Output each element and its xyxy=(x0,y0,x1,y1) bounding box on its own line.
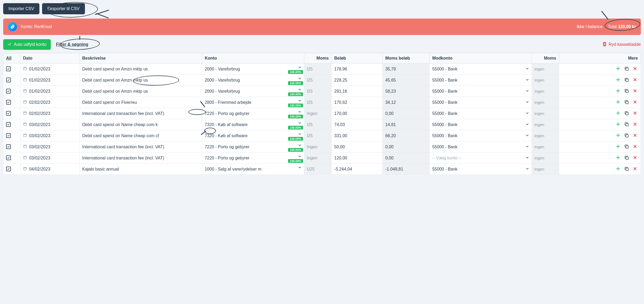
account-select[interactable]: 1000 - Salg af varer/ydelser m xyxy=(202,164,304,175)
vat-cell[interactable]: Ingen xyxy=(304,108,332,119)
amount-cell[interactable]: 228,25 xyxy=(332,75,383,86)
date-value[interactable]: 03/02/2023 xyxy=(29,122,50,127)
description-cell[interactable]: Debit card spend on Amzn mktp us xyxy=(79,64,202,75)
chevron-down-icon[interactable] xyxy=(298,76,302,82)
add-row-button[interactable] xyxy=(615,166,621,172)
contra-select[interactable]: 55000 - Bank xyxy=(429,86,532,97)
select-all-header[interactable]: All xyxy=(3,53,20,64)
amount-cell[interactable]: 120,00 xyxy=(332,153,383,164)
account-select[interactable]: 7220 - Porto og gebyrer100.00% xyxy=(202,153,304,164)
add-row-button[interactable] xyxy=(615,144,621,149)
delete-row-button[interactable] xyxy=(632,66,638,71)
chevron-down-icon[interactable] xyxy=(525,122,529,127)
row-checkbox[interactable] xyxy=(6,100,11,105)
delete-row-button[interactable] xyxy=(632,121,638,127)
date-value[interactable]: 02/02/2023 xyxy=(29,111,50,116)
add-row-button[interactable] xyxy=(615,155,621,160)
chevron-down-icon[interactable] xyxy=(525,89,529,94)
vat2-cell[interactable]: Ingen xyxy=(532,153,559,164)
chevron-down-icon[interactable] xyxy=(525,155,529,161)
calendar-icon[interactable] xyxy=(23,122,27,127)
contra-select[interactable]: 55000 - Bank xyxy=(429,164,532,175)
description-cell[interactable]: International card transaction fee (incl… xyxy=(79,153,202,164)
account-select[interactable]: 2000 - Vareforbrug100.00% xyxy=(202,86,304,97)
calendar-icon[interactable] xyxy=(23,100,27,105)
description-cell[interactable]: International card transaction fee (incl… xyxy=(79,141,202,153)
copy-row-button[interactable] xyxy=(624,122,629,127)
chevron-down-icon[interactable] xyxy=(298,121,302,126)
description-cell[interactable]: Debit card spend on Fiverreu xyxy=(79,97,202,108)
date-value[interactable]: 03/02/2023 xyxy=(29,133,50,138)
vat2-cell[interactable]: Ingen xyxy=(532,86,559,97)
date-value[interactable]: 01/02/2023 xyxy=(29,78,50,83)
add-row-button[interactable] xyxy=(615,88,621,94)
amount-cell[interactable]: 178,96 xyxy=(332,64,383,75)
chevron-down-icon[interactable] xyxy=(298,154,302,159)
account-select[interactable]: 7220 - Porto og gebyrer100.00% xyxy=(202,108,304,119)
chevron-down-icon[interactable] xyxy=(525,66,529,72)
row-checkbox[interactable] xyxy=(6,122,11,127)
export-csv-button[interactable]: Eksporter til CSV xyxy=(42,3,85,14)
vat2-cell[interactable]: Ingen xyxy=(532,64,559,75)
chevron-down-icon[interactable] xyxy=(525,167,529,172)
amount-cell[interactable]: -5.244,04 xyxy=(332,164,383,175)
copy-row-button[interactable] xyxy=(624,144,629,150)
date-value[interactable]: 04/02/2023 xyxy=(29,167,50,172)
account-select[interactable]: 7220 - Porto og gebyrer100.00% xyxy=(202,141,304,153)
amount-cell[interactable]: 331,00 xyxy=(332,130,383,141)
chevron-down-icon[interactable] xyxy=(298,87,302,93)
calendar-icon[interactable] xyxy=(23,155,27,160)
description-cell[interactable]: Debit card spend on Amzn mktp us xyxy=(79,86,202,97)
filter-search-button[interactable]: Filter & søgning xyxy=(55,41,90,48)
date-value[interactable]: 02/02/2023 xyxy=(29,100,50,105)
chevron-down-icon[interactable] xyxy=(525,100,529,105)
chevron-down-icon[interactable] xyxy=(298,99,302,104)
account-select[interactable]: 2000 - Vareforbrug100.00% xyxy=(202,64,304,75)
copy-row-button[interactable] xyxy=(624,133,629,138)
vat2-cell[interactable]: Ingen xyxy=(532,141,559,153)
delete-row-button[interactable] xyxy=(632,132,638,138)
copy-row-button[interactable] xyxy=(624,110,629,116)
row-checkbox[interactable] xyxy=(6,167,11,171)
vat-cell[interactable]: I25 xyxy=(304,64,332,75)
chevron-down-icon[interactable] xyxy=(525,144,529,150)
row-checkbox[interactable] xyxy=(6,155,11,160)
delete-row-button[interactable] xyxy=(632,155,638,160)
add-row-button[interactable] xyxy=(615,132,621,138)
chevron-down-icon[interactable] xyxy=(298,143,302,148)
vat-cell[interactable]: I25 xyxy=(304,97,332,108)
vat2-cell[interactable]: Ingen xyxy=(532,75,559,86)
calendar-icon[interactable] xyxy=(23,167,27,172)
auto-fill-account-button[interactable]: Auto udfyld konto xyxy=(3,39,51,50)
contra-select[interactable]: 55000 - Bank xyxy=(429,97,532,108)
date-value[interactable]: 01/02/2023 xyxy=(29,89,50,94)
vat-cell[interactable]: U25 xyxy=(304,164,332,175)
calendar-icon[interactable] xyxy=(23,133,27,138)
chevron-down-icon[interactable] xyxy=(298,132,302,137)
calendar-icon[interactable] xyxy=(23,111,27,116)
calendar-icon[interactable] xyxy=(23,89,27,94)
description-cell[interactable]: Kajabi basic annual xyxy=(79,164,202,175)
description-cell[interactable]: Debit card spend on Amzn mktp us xyxy=(79,75,202,86)
vat2-cell[interactable]: Ingen xyxy=(532,97,559,108)
copy-row-button[interactable] xyxy=(624,66,629,72)
amount-cell[interactable]: 50,00 xyxy=(332,141,383,153)
vat-cell[interactable]: Ingen xyxy=(304,141,332,153)
add-row-button[interactable] xyxy=(615,110,621,116)
vat2-cell[interactable]: Ingen xyxy=(532,130,559,141)
calendar-icon[interactable] xyxy=(23,78,27,83)
date-value[interactable]: 01/02/2023 xyxy=(29,67,50,71)
delete-row-button[interactable] xyxy=(632,166,638,172)
contra-select[interactable]: 55000 - Bank xyxy=(429,64,532,75)
copy-row-button[interactable] xyxy=(624,99,629,105)
row-checkbox[interactable] xyxy=(6,111,11,116)
row-checkbox[interactable] xyxy=(6,144,11,149)
chevron-down-icon[interactable] xyxy=(525,78,529,83)
delete-row-button[interactable] xyxy=(632,110,638,116)
delete-row-button[interactable] xyxy=(632,99,638,105)
amount-cell[interactable]: 74,03 xyxy=(332,119,383,130)
chevron-down-icon[interactable] xyxy=(525,133,529,138)
contra-select[interactable]: 55000 - Bank xyxy=(429,141,532,153)
calendar-icon[interactable] xyxy=(23,66,27,71)
vat2-cell[interactable]: Ingen xyxy=(532,108,559,119)
